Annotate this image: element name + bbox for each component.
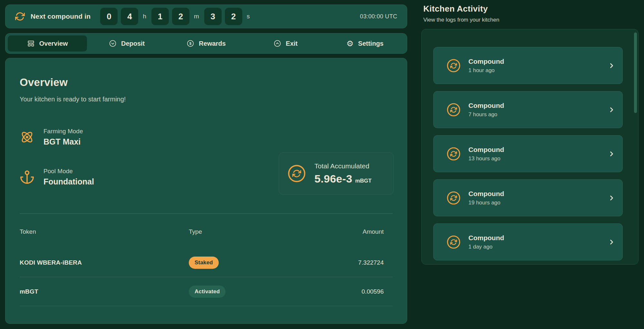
token-amount: 0.00596 <box>338 288 393 295</box>
tab-label: Deposit <box>121 40 145 47</box>
overview-panel: Overview Your kitchen is ready to start … <box>5 58 407 324</box>
activity-item-time: 1 hour ago <box>468 67 504 74</box>
activity-item-time: 19 hours ago <box>468 200 504 206</box>
minutes-tens-digit: 1 <box>151 8 169 25</box>
pool-mode-block: Pool Mode Foundational <box>20 168 94 186</box>
grid-icon <box>27 40 35 47</box>
gear-icon: ⚙ <box>346 40 353 48</box>
total-accumulated-unit: mBGT <box>355 178 371 184</box>
header-token: Token <box>20 228 189 235</box>
activity-item-compound[interactable]: Compound 1 hour ago <box>433 47 623 84</box>
sync-icon <box>15 12 25 21</box>
refresh-circle-icon <box>447 235 461 249</box>
header-type: Type <box>189 228 338 235</box>
hours-ones-digit: 4 <box>121 8 138 25</box>
table-row: KODI WBERA-iBERA Staked 7.322724 <box>20 248 393 277</box>
status-badge: Staked <box>189 257 219 269</box>
compound-timer-bar: Next compound in 0 4 h 1 2 m 3 2 s 03:00… <box>5 5 407 28</box>
activity-item-title: Compound <box>468 234 504 242</box>
tab-label: Settings <box>358 40 384 47</box>
chevron-right-icon <box>608 238 615 246</box>
activity-item-compound[interactable]: Compound 1 day ago <box>433 223 623 260</box>
total-accumulated-label: Total Accumulated <box>314 162 371 170</box>
token-amount: 7.322724 <box>338 259 393 266</box>
total-accumulated-value: 5.96e-3 <box>314 173 352 185</box>
status-badge: Activated <box>189 286 226 298</box>
refresh-circle-icon <box>287 164 306 183</box>
chevron-right-icon <box>608 106 615 114</box>
activity-subtitle: View the logs from your kitchen <box>423 17 499 23</box>
chevron-right-icon <box>608 194 615 202</box>
refresh-circle-icon <box>447 147 461 161</box>
table-header-row: Token Type Amount <box>20 214 393 248</box>
utc-time: 03:00:00 UTC <box>360 13 397 20</box>
pool-mode-value: Foundational <box>43 177 94 186</box>
circle-chevron-up-icon <box>274 40 281 47</box>
refresh-circle-icon <box>447 103 461 117</box>
minutes-ones-digit: 2 <box>172 8 189 25</box>
chevron-right-icon <box>608 62 615 70</box>
refresh-circle-icon <box>447 59 461 73</box>
activity-item-time: 13 hours ago <box>468 155 504 162</box>
tab-settings[interactable]: ⚙ Settings <box>325 35 405 52</box>
svg-text:$: $ <box>189 42 192 45</box>
tab-deposit[interactable]: Deposit <box>87 35 166 52</box>
activity-item-title: Compound <box>468 58 504 65</box>
hours-unit: h <box>143 13 146 20</box>
countdown-digits: 0 4 h 1 2 m 3 2 s <box>100 8 255 25</box>
tab-rewards[interactable]: $ Rewards <box>167 35 246 52</box>
activity-log-container: Compound 1 hour ago Compound 7 hours ago <box>421 29 639 265</box>
tab-label: Rewards <box>199 40 226 47</box>
farming-mode-value: BGT Maxi <box>43 137 83 146</box>
total-accumulated-card: Total Accumulated 5.96e-3mBGT <box>279 152 394 195</box>
activity-title: Kitchen Activity <box>423 4 488 14</box>
activity-item-compound[interactable]: Compound 19 hours ago <box>433 179 623 216</box>
seconds-tens-digit: 3 <box>204 8 222 25</box>
chevron-right-icon <box>608 150 615 158</box>
activity-item-time: 1 day ago <box>468 244 504 250</box>
page-title: Overview <box>20 76 68 89</box>
refresh-circle-icon <box>447 191 461 205</box>
header-amount: Amount <box>338 228 393 235</box>
tab-overview[interactable]: Overview <box>8 35 87 52</box>
activity-item-compound[interactable]: Compound 7 hours ago <box>433 91 623 128</box>
token-name: mBGT <box>20 288 189 295</box>
tab-label: Overview <box>39 40 68 47</box>
scrollbar-thumb[interactable] <box>634 33 637 113</box>
activity-item-compound[interactable]: Compound 13 hours ago <box>433 135 623 172</box>
table-row: mBGT Activated 0.00596 <box>20 277 393 306</box>
activity-item-title: Compound <box>468 146 504 154</box>
seconds-ones-digit: 2 <box>225 8 242 25</box>
pool-mode-label: Pool Mode <box>43 168 94 175</box>
circle-chevron-down-icon <box>109 40 117 47</box>
page-subtitle: Your kitchen is ready to start farming! <box>20 96 126 103</box>
tab-exit[interactable]: Exit <box>246 35 325 52</box>
token-table: Token Type Amount KODI WBERA-iBERA Stake… <box>20 213 393 306</box>
token-name: KODI WBERA-iBERA <box>20 259 189 266</box>
timer-label: Next compound in <box>31 13 91 20</box>
activity-item-time: 7 hours ago <box>468 111 504 118</box>
atom-icon <box>20 130 34 145</box>
circle-dollar-icon: $ <box>187 40 194 47</box>
farming-mode-block: Farming Mode BGT Maxi <box>20 128 83 146</box>
tab-label: Exit <box>286 40 298 47</box>
seconds-unit: s <box>247 13 250 20</box>
activity-item-title: Compound <box>468 190 504 198</box>
minutes-unit: m <box>194 13 199 20</box>
activity-item-title: Compound <box>468 102 504 109</box>
anchor-icon <box>20 170 34 184</box>
farming-mode-label: Farming Mode <box>43 128 83 135</box>
hours-tens-digit: 0 <box>100 8 118 25</box>
tab-bar: Overview Deposit $ Rewards Exit ⚙ Settin… <box>5 33 407 54</box>
